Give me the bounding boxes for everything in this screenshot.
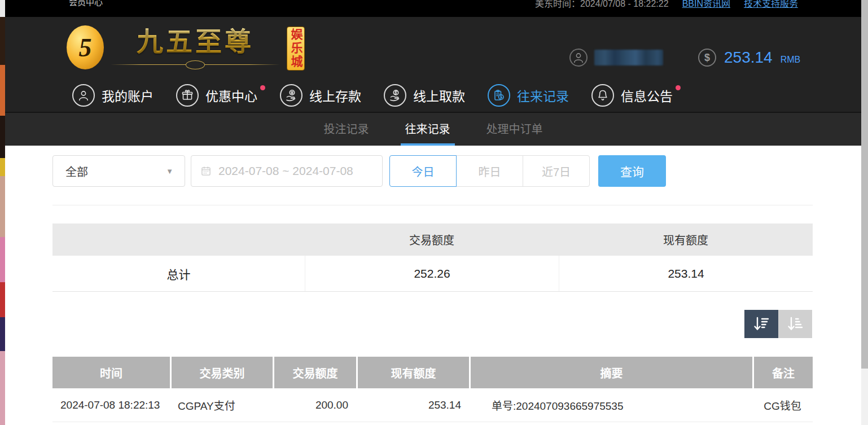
records-table: 时间 交易类别 交易额度 现有额度 摘要 备注 2024-07-08 18:22… [52,357,813,422]
sort-descending-icon [752,314,771,334]
summary-table: 交易额度 现有额度 总计 252.26 253.14 [52,224,813,292]
deposit-icon [280,84,303,107]
nav-label: 我的账户 [102,86,154,105]
notification-dot [260,85,265,90]
nav-item-withdraw[interactable]: 线上取款 [384,84,465,107]
date-range-value: 2024-07-08 ~ 2024-07-08 [218,164,353,178]
tech-support-link[interactable]: 技术支持服务 [744,0,798,10]
balance-amount: 253.14 [724,49,773,67]
nav-label: 信息公告 [621,86,673,105]
user-avatar-icon [569,49,588,67]
top-utility-bar: 会员中心 美东时间：2024/07/08 - 18:22:22 BBIN资讯网 … [5,0,861,17]
filter-bar: 全部 ▼ 2024-07-08 ~ 2024-07-08 今日 昨日 近7日 查… [52,155,666,187]
nav-item-deposit[interactable]: 线上存款 [280,84,361,107]
scrollbar-thumb[interactable] [861,0,868,369]
username-redacted [594,50,663,65]
sort-descending-button[interactable] [744,310,778,338]
user-icon [72,84,95,107]
chevron-down-icon: ▼ [166,167,173,176]
calendar-icon [200,165,212,177]
gift-icon [176,84,199,107]
tab-betting-records[interactable]: 投注记录 [319,113,374,146]
summary-transaction-total: 252.26 [305,256,559,291]
type-select-value: 全部 [65,163,88,179]
section-divider [52,205,813,205]
quick-yesterday-button[interactable]: 昨日 [456,155,523,187]
tab-pending-orders[interactable]: 处理中订单 [482,113,547,146]
tab-transaction-records[interactable]: 往来记录 [401,113,455,146]
sort-ascending-icon [786,314,805,334]
quick-today-button[interactable]: 今日 [389,155,457,187]
withdraw-icon [384,84,406,107]
account-balance[interactable]: $ 253.14 RMB [698,49,800,67]
nav-label: 线上取款 [413,86,465,105]
nav-label: 往来记录 [517,86,569,105]
sort-controls [744,310,812,338]
cell-summary: 单号:202407093665975535 [469,388,752,422]
logo-emblem-icon: 5 [67,25,104,69]
nav-item-promotions[interactable]: 优惠中心 [176,84,257,107]
logo-title: 九五至尊 [137,25,254,58]
member-center-link[interactable]: 会员中心 [69,0,103,7]
nav-item-announcements[interactable]: 信息公告 [591,84,673,107]
notification-dot [676,85,681,90]
content-area: 全部 ▼ 2024-07-08 ~ 2024-07-08 今日 昨日 近7日 查… [5,146,861,424]
records-header-row: 时间 交易类别 交易额度 现有额度 摘要 备注 [52,357,813,388]
cell-type: CGPAY支付 [170,388,273,422]
col-time: 时间 [52,357,170,388]
cell-amount: 200.00 [273,388,356,422]
type-select[interactable]: 全部 ▼ [52,155,185,187]
user-info[interactable] [569,49,663,67]
dollar-circle-icon: $ [698,49,716,67]
nav-label: 线上存款 [309,86,361,105]
summary-header-row: 交易额度 现有额度 [52,224,813,256]
transaction-records-page: 会员中心 美东时间：2024/07/08 - 18:22:22 BBIN资讯网 … [0,0,868,425]
scrollbar-track[interactable] [861,0,868,425]
nav-item-my-account[interactable]: 我的账户 [72,84,154,107]
background-window-sliver [0,0,5,425]
site-header: 5 九五至尊 娱乐城 $ 253.14 RMB [5,17,861,79]
summary-total-row: 总计 252.26 253.14 [52,256,813,292]
date-range-input[interactable]: 2024-07-08 ~ 2024-07-08 [191,155,383,187]
quick-date-group: 今日 昨日 近7日 [389,155,590,187]
bell-icon [591,84,614,107]
nav-item-transaction-records[interactable]: 往来记录 [488,84,569,107]
quick-last7days-button[interactable]: 近7日 [523,155,590,187]
col-summary: 摘要 [469,357,752,388]
flourish-swirl-icon [186,60,205,69]
summary-balance-total: 253.14 [559,256,813,291]
col-balance: 现有额度 [356,357,469,388]
balance-currency: RMB [781,55,801,65]
main-nav: 我的账户 优惠中心 线上存款 线上取款 [5,79,861,113]
logo-flourish-ornament [111,60,280,69]
logo-title-block: 九五至尊 [111,25,280,69]
bbin-news-link[interactable]: BBIN资讯网 [682,0,730,10]
site-logo[interactable]: 5 九五至尊 娱乐城 [67,25,305,71]
summary-total-label: 总计 [52,256,305,291]
table-row: 2024-07-08 18:22:13 CGPAY支付 200.00 253.1… [52,388,813,422]
col-amount: 交易额度 [273,357,356,388]
records-icon [488,84,510,107]
server-time-label: 美东时间：2024/07/08 - 18:22:22 [535,0,669,10]
nav-label: 优惠中心 [205,86,257,105]
main-window: 会员中心 美东时间：2024/07/08 - 18:22:22 BBIN资讯网 … [5,0,861,425]
summary-col-balance: 现有额度 [559,224,813,256]
summary-col-empty [52,224,305,256]
cell-note: CG钱包 [752,388,813,422]
cell-balance: 253.14 [356,388,469,422]
record-subtabs: 投注记录 往来记录 处理中订单 [5,113,861,146]
search-button[interactable]: 查询 [598,155,666,187]
sort-ascending-button[interactable] [778,310,812,338]
logo-badge: 娱乐城 [287,27,305,71]
topbar-right-group: 美东时间：2024/07/08 - 18:22:22 BBIN资讯网 技术支持服… [535,0,798,10]
col-note: 备注 [752,357,813,388]
summary-col-transaction: 交易额度 [305,224,559,256]
col-type: 交易类别 [170,357,273,388]
cell-time: 2024-07-08 18:22:13 [52,388,170,422]
